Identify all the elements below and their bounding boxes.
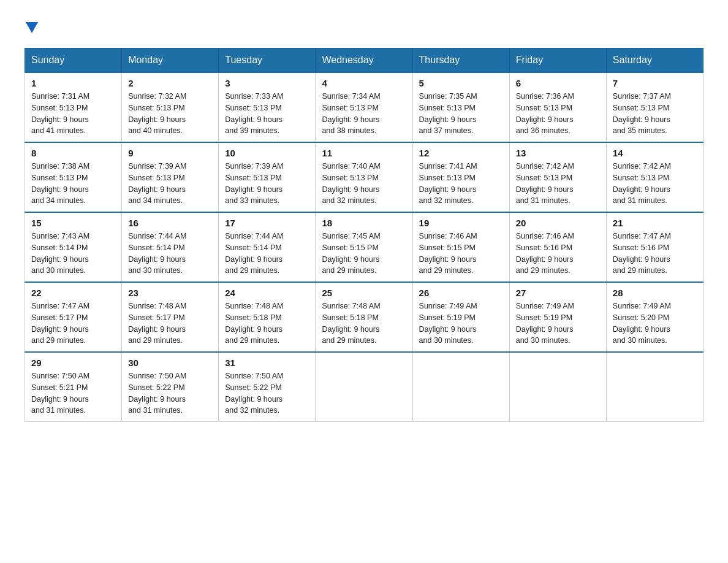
calendar-cell: 19Sunrise: 7:46 AMSunset: 5:15 PMDayligh… [412,212,509,282]
calendar-cell: 5Sunrise: 7:35 AMSunset: 5:13 PMDaylight… [412,72,509,142]
day-number: 16 [128,218,212,228]
calendar-header-saturday: Saturday [606,48,703,73]
day-number: 19 [419,218,503,228]
day-number: 21 [613,218,697,228]
calendar-cell: 23Sunrise: 7:48 AMSunset: 5:17 PMDayligh… [122,282,219,352]
day-info: Sunrise: 7:38 AMSunset: 5:13 PMDaylight:… [31,161,115,207]
day-info: Sunrise: 7:36 AMSunset: 5:13 PMDaylight:… [516,91,600,137]
calendar-cell [509,352,606,422]
day-info: Sunrise: 7:33 AMSunset: 5:13 PMDaylight:… [225,91,309,137]
day-number: 31 [225,358,309,368]
day-info: Sunrise: 7:50 AMSunset: 5:22 PMDaylight:… [128,370,212,416]
calendar-cell: 22Sunrise: 7:47 AMSunset: 5:17 PMDayligh… [25,282,122,352]
calendar-cell: 12Sunrise: 7:41 AMSunset: 5:13 PMDayligh… [412,142,509,212]
calendar-cell: 25Sunrise: 7:48 AMSunset: 5:18 PMDayligh… [316,282,412,352]
calendar-cell: 18Sunrise: 7:45 AMSunset: 5:15 PMDayligh… [316,212,412,282]
day-info: Sunrise: 7:48 AMSunset: 5:18 PMDaylight:… [322,301,406,347]
day-info: Sunrise: 7:32 AMSunset: 5:13 PMDaylight:… [128,91,212,137]
day-number: 6 [516,78,600,88]
day-number: 28 [613,288,697,298]
calendar-cell: 16Sunrise: 7:44 AMSunset: 5:14 PMDayligh… [122,212,219,282]
day-number: 27 [516,288,600,298]
day-number: 18 [322,218,406,228]
day-number: 8 [31,148,115,158]
day-info: Sunrise: 7:50 AMSunset: 5:21 PMDaylight:… [31,370,115,416]
day-info: Sunrise: 7:44 AMSunset: 5:14 PMDaylight:… [225,231,309,277]
day-number: 4 [322,78,406,88]
day-info: Sunrise: 7:35 AMSunset: 5:13 PMDaylight:… [419,91,503,137]
calendar-header-monday: Monday [122,48,219,73]
day-info: Sunrise: 7:49 AMSunset: 5:19 PMDaylight:… [516,301,600,347]
calendar-cell: 28Sunrise: 7:49 AMSunset: 5:20 PMDayligh… [606,282,703,352]
day-number: 30 [128,358,212,368]
day-info: Sunrise: 7:34 AMSunset: 5:13 PMDaylight:… [322,91,406,137]
calendar-cell: 9Sunrise: 7:39 AMSunset: 5:13 PMDaylight… [122,142,219,212]
calendar-cell: 31Sunrise: 7:50 AMSunset: 5:22 PMDayligh… [219,352,316,422]
logo-general-line [25,18,38,36]
day-info: Sunrise: 7:37 AMSunset: 5:13 PMDaylight:… [613,91,697,137]
day-number: 9 [128,148,212,158]
calendar-cell: 14Sunrise: 7:42 AMSunset: 5:13 PMDayligh… [606,142,703,212]
day-info: Sunrise: 7:47 AMSunset: 5:17 PMDaylight:… [31,301,115,347]
day-number: 5 [419,78,503,88]
calendar-cell: 20Sunrise: 7:46 AMSunset: 5:16 PMDayligh… [509,212,606,282]
calendar-cell: 13Sunrise: 7:42 AMSunset: 5:13 PMDayligh… [509,142,606,212]
calendar-header-friday: Friday [509,48,606,73]
calendar-cell: 8Sunrise: 7:38 AMSunset: 5:13 PMDaylight… [25,142,122,212]
day-number: 7 [613,78,697,88]
day-info: Sunrise: 7:48 AMSunset: 5:18 PMDaylight:… [225,301,309,347]
day-number: 14 [613,148,697,158]
day-number: 24 [225,288,309,298]
day-info: Sunrise: 7:44 AMSunset: 5:14 PMDaylight:… [128,231,212,277]
calendar-header-row: SundayMondayTuesdayWednesdayThursdayFrid… [25,48,703,73]
logo [25,18,38,36]
calendar-header-thursday: Thursday [412,48,509,73]
day-info: Sunrise: 7:47 AMSunset: 5:16 PMDaylight:… [613,231,697,277]
day-info: Sunrise: 7:45 AMSunset: 5:15 PMDaylight:… [322,231,406,277]
calendar-week-row: 22Sunrise: 7:47 AMSunset: 5:17 PMDayligh… [25,282,703,352]
day-info: Sunrise: 7:41 AMSunset: 5:13 PMDaylight:… [419,161,503,207]
calendar-cell: 27Sunrise: 7:49 AMSunset: 5:19 PMDayligh… [509,282,606,352]
calendar-cell: 4Sunrise: 7:34 AMSunset: 5:13 PMDaylight… [316,72,412,142]
day-number: 10 [225,148,309,158]
calendar-header-tuesday: Tuesday [219,48,316,73]
page-header [25,18,703,36]
day-info: Sunrise: 7:43 AMSunset: 5:14 PMDaylight:… [31,231,115,277]
calendar-week-row: 1Sunrise: 7:31 AMSunset: 5:13 PMDaylight… [25,72,703,142]
day-info: Sunrise: 7:49 AMSunset: 5:19 PMDaylight:… [419,301,503,347]
day-info: Sunrise: 7:42 AMSunset: 5:13 PMDaylight:… [613,161,697,207]
day-info: Sunrise: 7:49 AMSunset: 5:20 PMDaylight:… [613,301,697,347]
day-number: 26 [419,288,503,298]
day-number: 22 [31,288,115,298]
calendar-week-row: 29Sunrise: 7:50 AMSunset: 5:21 PMDayligh… [25,352,703,422]
day-info: Sunrise: 7:46 AMSunset: 5:16 PMDaylight:… [516,231,600,277]
calendar-cell: 10Sunrise: 7:39 AMSunset: 5:13 PMDayligh… [219,142,316,212]
calendar-cell: 15Sunrise: 7:43 AMSunset: 5:14 PMDayligh… [25,212,122,282]
calendar-cell: 30Sunrise: 7:50 AMSunset: 5:22 PMDayligh… [122,352,219,422]
calendar-week-row: 8Sunrise: 7:38 AMSunset: 5:13 PMDaylight… [25,142,703,212]
day-info: Sunrise: 7:48 AMSunset: 5:17 PMDaylight:… [128,301,212,347]
day-info: Sunrise: 7:39 AMSunset: 5:13 PMDaylight:… [225,161,309,207]
calendar-cell [316,352,412,422]
calendar-header-wednesday: Wednesday [316,48,412,73]
calendar-cell: 17Sunrise: 7:44 AMSunset: 5:14 PMDayligh… [219,212,316,282]
day-info: Sunrise: 7:50 AMSunset: 5:22 PMDaylight:… [225,370,309,416]
day-number: 20 [516,218,600,228]
logo-triangle-icon [26,22,38,33]
day-number: 17 [225,218,309,228]
day-number: 1 [31,78,115,88]
calendar-cell: 2Sunrise: 7:32 AMSunset: 5:13 PMDaylight… [122,72,219,142]
day-number: 15 [31,218,115,228]
calendar-cell: 11Sunrise: 7:40 AMSunset: 5:13 PMDayligh… [316,142,412,212]
calendar-cell: 6Sunrise: 7:36 AMSunset: 5:13 PMDaylight… [509,72,606,142]
day-number: 25 [322,288,406,298]
day-number: 3 [225,78,309,88]
day-info: Sunrise: 7:31 AMSunset: 5:13 PMDaylight:… [31,91,115,137]
day-number: 2 [128,78,212,88]
calendar-cell [606,352,703,422]
calendar-cell [412,352,509,422]
calendar-cell: 26Sunrise: 7:49 AMSunset: 5:19 PMDayligh… [412,282,509,352]
calendar-cell: 24Sunrise: 7:48 AMSunset: 5:18 PMDayligh… [219,282,316,352]
calendar-cell: 1Sunrise: 7:31 AMSunset: 5:13 PMDaylight… [25,72,122,142]
day-number: 29 [31,358,115,368]
